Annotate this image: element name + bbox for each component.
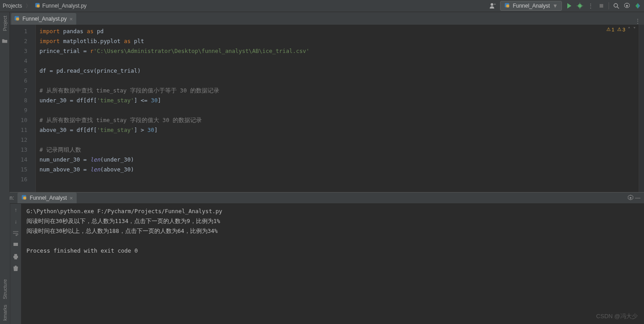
run-header: Run: Funnel_Analyst × — [0,193,644,204]
svg-point-2 [491,3,493,6]
project-tool-tab[interactable]: Project [2,16,8,31]
nav-right: + Funnel_Analyst ▼ ⋮ [489,1,641,11]
soft-wrap-icon[interactable] [12,230,19,237]
run-toolbar-2: ↑ ↓ [10,204,21,324]
editor-tab[interactable]: Funnel_Analyst.py × [11,13,76,25]
up-icon[interactable]: ↑ [12,206,19,214]
code-editor[interactable]: 12345678910111213141516 import pandas as… [10,25,644,192]
run-config-selector[interactable]: Funnel_Analyst ▼ [500,1,562,11]
settings-icon[interactable] [623,2,631,9]
scroll-to-end-icon[interactable] [12,241,19,249]
svg-point-12 [614,4,618,7]
inspection-badges[interactable]: ⚠1 ⚠3 ˄ ˅ [606,26,636,32]
svg-rect-23 [13,256,18,258]
chevron-down-icon: ▼ [553,3,558,9]
bookmarks-tool-tab[interactable]: kmarks [2,305,8,320]
nav-bar: Projects 〉 Funnel_Analyst.py + Funnel_An… [0,0,644,12]
svg-rect-17 [23,197,26,200]
scrollbar-marks[interactable] [639,25,644,192]
svg-point-6 [578,4,582,8]
breadcrumb-sep: 〉 [26,2,31,10]
svg-point-18 [630,197,631,199]
run-output[interactable]: G:\Python\python.exe F:/Pycharm/Projects… [21,204,644,324]
svg-rect-15 [16,18,19,21]
svg-rect-11 [600,4,603,8]
breadcrumb-root[interactable]: Projects [3,3,22,9]
down-icon[interactable]: ↓ [12,218,19,225]
left-tool-rail: Project [0,12,10,192]
tab-overflow-icon[interactable]: ⋮ [634,18,641,25]
chevron-down-icon[interactable]: ˅ [633,26,636,32]
svg-rect-25 [14,258,17,259]
left-bottom-rail: kmarks Structure [0,192,10,324]
run-config-tab[interactable]: Funnel_Analyst × [17,193,76,203]
python-file-icon [504,2,510,9]
run-tab-label: Funnel_Analyst [30,195,67,201]
plugin-icon[interactable] [634,2,641,9]
code-content[interactable]: import pandas as pdimport matplotlib.pyp… [36,25,639,192]
search-icon[interactable] [613,2,620,9]
editor-tab-label: Funnel_Analyst.py [22,16,67,22]
debug-icon[interactable] [576,2,583,9]
warn-badge-1[interactable]: ⚠1 [606,26,614,32]
svg-rect-24 [14,254,17,256]
settings-icon[interactable] [627,194,634,201]
add-user-icon[interactable]: + [489,2,496,9]
folder-icon[interactable] [2,38,8,45]
svg-rect-5 [506,4,509,8]
print-icon[interactable] [12,253,19,260]
editor-area: Funnel_Analyst.py × ⋮ 123456789101112131… [10,12,644,192]
run-config-name: Funnel_Analyst [513,3,550,9]
run-icon[interactable] [566,2,573,9]
watermark: CSDN @冯大少 [596,312,638,320]
svg-line-13 [617,7,619,9]
trash-icon[interactable] [12,265,19,272]
close-icon[interactable]: × [70,16,73,22]
editor-tabs: Funnel_Analyst.py × ⋮ [10,12,644,25]
breadcrumb-file[interactable]: Funnel_Analyst.py [42,3,87,9]
run-tool-window: Run: Funnel_Analyst × — ↑ ↓ G:\Python\py… [0,192,644,324]
main-area: Project Funnel_Analyst.py × ⋮ 1234567891… [0,12,644,192]
breadcrumb[interactable]: Projects 〉 Funnel_Analyst.py [3,2,87,10]
python-file-icon [21,194,27,201]
svg-rect-22 [13,243,18,246]
warn-badge-2[interactable]: ⚠3 [617,26,625,32]
more-actions-icon[interactable]: ⋮ [587,2,594,9]
line-gutter: 12345678910111213141516 [10,25,36,192]
run-body: ↑ ↓ G:\Python\python.exe F:/Pycharm/Proj… [0,204,644,324]
chevron-up-icon[interactable]: ˄ [628,26,631,32]
svg-text:+: + [494,2,496,6]
close-icon[interactable]: × [70,195,73,201]
svg-rect-1 [37,4,40,8]
stop-icon[interactable] [598,2,605,9]
structure-tool-tab[interactable]: Structure [2,279,8,299]
python-file-icon [35,2,40,9]
hide-icon[interactable]: — [634,194,641,201]
python-file-icon [14,15,20,22]
